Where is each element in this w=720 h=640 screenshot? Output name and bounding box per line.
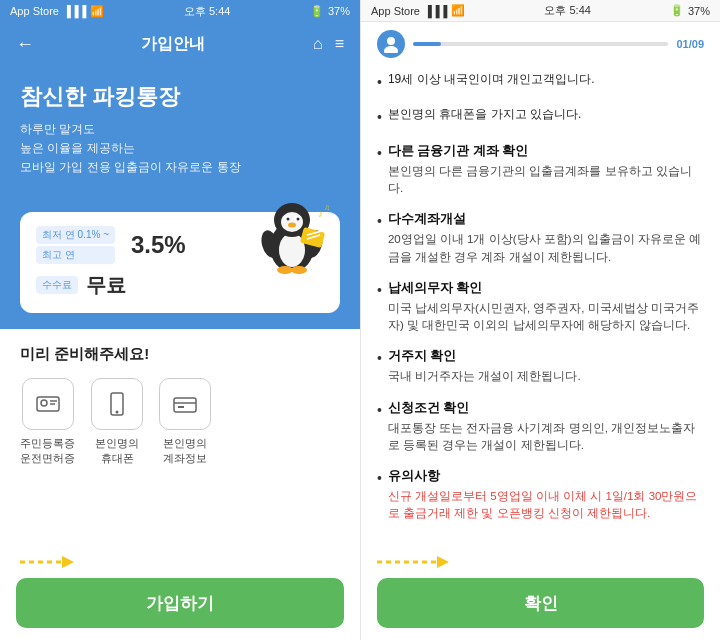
svg-marker-28 (62, 556, 74, 568)
svg-point-7 (297, 217, 300, 220)
check-title-7: 신청조건 확인 (388, 398, 704, 418)
back-button[interactable]: ← (16, 34, 34, 55)
progress-indicator: 01/09 (377, 30, 704, 58)
right-status-left: App Store ▐▐▐ 📶 (371, 4, 465, 17)
check-content-6: 거주지 확인 국내 비거주자는 개설이 제한됩니다. (388, 346, 581, 385)
app-store-label-right: App Store (371, 5, 420, 17)
rate-value: 3.5% (131, 231, 186, 259)
page-number: 01/09 (676, 38, 704, 50)
notice-content: 유의사항 신규 개설일로부터 5영업일 이내 이체 시 1일/1회 30만원으로… (388, 466, 704, 523)
svg-point-11 (277, 266, 293, 274)
avatar (377, 30, 405, 58)
left-status-bar: App Store ▐▐▐ 📶 오후 5:44 🔋 37% (0, 0, 360, 22)
svg-point-29 (387, 37, 395, 45)
check-item-5: • 납세의무자 확인 미국 납세의무자(시민권자, 영주권자, 미국세법상 미국… (377, 278, 704, 335)
progress-fill (413, 42, 441, 46)
subtitle-line3: 모바일 가입 전용 입출금이 자유로운 통장 (20, 160, 241, 174)
account-icon (159, 378, 211, 430)
right-status-bar: App Store ▐▐▐ 📶 오후 5:44 🔋 37% (361, 0, 720, 22)
penguin-character: ♪ ♫ (252, 192, 332, 281)
check-item-4: • 다수계좌개설 20영업일 이내 1개 이상(당사 포함)의 입출금이 자유로… (377, 209, 704, 266)
left-nav-bar: ← 가입안내 ⌂ ≡ (0, 22, 360, 66)
id-card-label: 주민등록증운전면허증 (20, 436, 75, 467)
account-label: 본인명의계좌정보 (163, 436, 207, 467)
check-desc-6: 국내 비거주자는 개설이 제한됩니다. (388, 368, 581, 385)
hero-section: 참신한 파킹통장 하루만 맡겨도 높은 이율을 제공하는 모바일 가입 전용 입… (0, 66, 360, 198)
check-content-3: 다른 금융기관 계좌 확인 본인명의 다른 금융기관의 입출금계좌를 보유하고 … (388, 141, 704, 198)
check-title-3: 다른 금융기관 계좌 확인 (388, 141, 704, 161)
check-item-1: • 19세 이상 내국인이며 개인고객입니다. (377, 70, 704, 93)
prepare-item-phone: 본인명의휴대폰 (91, 378, 143, 467)
bullet-6: • (377, 347, 382, 385)
battery-icon-left: 🔋 (310, 5, 324, 18)
wifi-icon-right: 📶 (451, 4, 465, 17)
check-content-2: 본인명의 휴대폰을 가지고 있습니다. (388, 105, 581, 128)
signal-icon-right: ▐▐▐ (424, 5, 447, 17)
bullet-3: • (377, 142, 382, 198)
hero-title: 참신한 파킹통장 (20, 82, 340, 112)
phone-label: 본인명의휴대폰 (95, 436, 139, 467)
id-card-icon (22, 378, 74, 430)
nav-title: 가입안내 (141, 34, 205, 55)
check-title-4: 다수계좌개설 (388, 209, 704, 229)
right-panel: App Store ▐▐▐ 📶 오후 5:44 🔋 37% 01/09 (360, 0, 720, 640)
svg-point-3 (281, 212, 303, 232)
prepare-item-account: 본인명의계좌정보 (159, 378, 211, 467)
svg-rect-18 (37, 397, 59, 411)
notice-desc: 신규 개설일로부터 5영업일 이내 이체 시 1일/1회 30만원으로 출금거래… (388, 488, 704, 523)
svg-point-6 (287, 217, 290, 220)
menu-icon[interactable]: ≡ (335, 35, 344, 53)
rate-card: 최저 연 0.1% ~ 최고 연 3.5% 수수료 무료 (20, 212, 340, 313)
svg-text:♫: ♫ (324, 203, 330, 212)
confirm-area: 확인 (361, 544, 720, 640)
prepare-item-id: 주민등록증운전면허증 (20, 378, 75, 467)
check-title-1: 19세 이상 내국인이며 개인고객입니다. (388, 72, 595, 86)
phone-icon (91, 378, 143, 430)
home-icon[interactable]: ⌂ (313, 35, 323, 53)
check-content-1: 19세 이상 내국인이며 개인고객입니다. (388, 70, 595, 93)
bullet-4: • (377, 210, 382, 266)
svg-point-12 (291, 266, 307, 274)
check-item-2: • 본인명의 휴대폰을 가지고 있습니다. (377, 105, 704, 128)
check-title-5: 납세의무자 확인 (388, 278, 704, 298)
confirm-button[interactable]: 확인 (377, 578, 704, 628)
progress-area: 01/09 (361, 22, 720, 62)
app-store-label-left: App Store (10, 5, 59, 17)
check-title-6: 거주지 확인 (388, 346, 581, 366)
check-item-7: • 신청조건 확인 대포통장 또는 전자금융 사기계좌 명의인, 개인정보노출자… (377, 398, 704, 455)
bullet-7: • (377, 399, 382, 455)
svg-point-23 (116, 410, 119, 413)
bullet-1: • (377, 71, 382, 93)
left-time: 오후 5:44 (184, 4, 230, 19)
battery-pct-left: 37% (328, 5, 350, 17)
notice-item: • 유의사항 신규 개설일로부터 5영업일 이내 이체 시 1일/1회 30만원… (377, 466, 704, 523)
hero-subtitle: 하루만 맡겨도 높은 이율을 제공하는 모바일 가입 전용 입출금이 자유로운 … (20, 120, 340, 178)
progress-track (413, 42, 668, 46)
nav-icons: ⌂ ≡ (313, 35, 344, 53)
dashed-arrow-right (377, 552, 457, 572)
join-button[interactable]: 가입하기 (16, 578, 344, 628)
check-content-5: 납세의무자 확인 미국 납세의무자(시민권자, 영주권자, 미국세법상 미국거주… (388, 278, 704, 335)
prepare-section: 미리 준비해주세요! 주민등록증운전면허증 (0, 329, 360, 546)
checklist: • 19세 이상 내국인이며 개인고객입니다. • 본인명의 휴대폰을 가지고 … (361, 62, 720, 544)
svg-point-30 (384, 46, 398, 53)
prepare-title: 미리 준비해주세요! (20, 345, 340, 364)
check-desc-3: 본인명의 다른 금융기관의 입출금계좌를 보유하고 있습니다. (388, 163, 704, 198)
prepare-items: 주민등록증운전면허증 본인명의휴대폰 (20, 378, 340, 467)
subtitle-line1: 하루만 맡겨도 (20, 122, 95, 136)
svg-point-8 (288, 222, 296, 227)
signal-icon: ▐▐▐ (63, 5, 86, 17)
check-title-2: 본인명의 휴대폰을 가지고 있습니다. (388, 107, 581, 121)
check-desc-5: 미국 납세의무자(시민권자, 영주권자, 미국세법상 미국거주자) 및 대한민국… (388, 300, 704, 335)
left-status-right: 🔋 37% (310, 5, 350, 18)
battery-icon-right: 🔋 (670, 4, 684, 17)
subtitle-line2: 높은 이율을 제공하는 (20, 141, 135, 155)
battery-pct-right: 37% (688, 5, 710, 17)
check-content-7: 신청조건 확인 대포통장 또는 전자금융 사기계좌 명의인, 개인정보노출자로 … (388, 398, 704, 455)
check-item-3: • 다른 금융기관 계좌 확인 본인명의 다른 금융기관의 입출금계좌를 보유하… (377, 141, 704, 198)
right-time: 오후 5:44 (544, 3, 590, 18)
rate-badge-max: 최고 연 (36, 246, 115, 264)
dashed-arrow-left (20, 552, 80, 572)
left-status-left: App Store ▐▐▐ 📶 (10, 5, 104, 18)
svg-marker-32 (437, 556, 449, 568)
